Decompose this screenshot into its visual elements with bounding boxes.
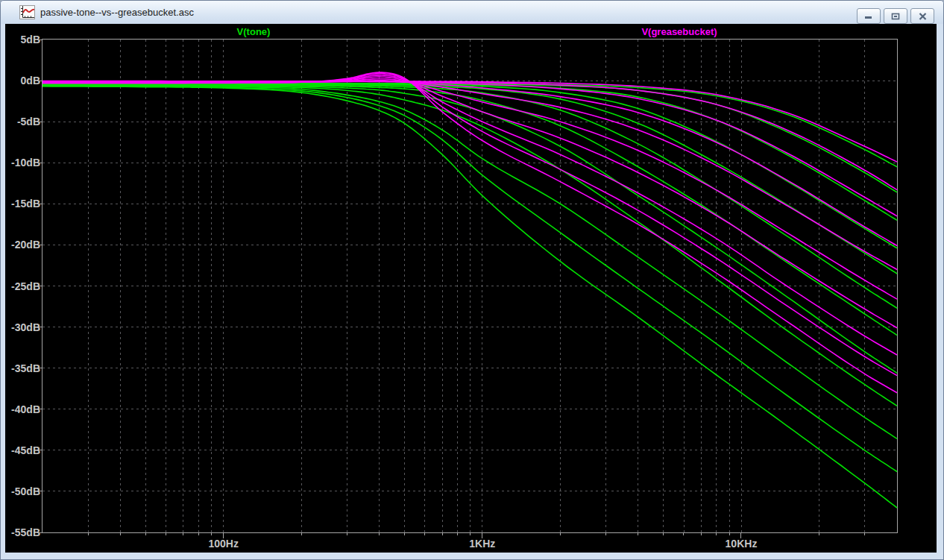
trace-v-tone--3 <box>43 84 897 220</box>
trace-v-tone--2 <box>43 84 897 192</box>
y-axis-label: -20dB <box>5 239 40 251</box>
y-axis-label: 0dB <box>5 75 40 86</box>
ltspice-window: passive-tone--vs--greasebucket.asc V(to <box>0 0 944 560</box>
y-axis-label: -15dB <box>5 198 40 210</box>
legend-v-greasebucket[interactable]: V(greasebucket) <box>641 26 717 37</box>
y-axis-label: -25dB <box>5 280 40 292</box>
x-axis-label: 100Hz <box>208 538 238 550</box>
window-title: passive-tone--vs--greasebucket.asc <box>40 7 194 18</box>
trace-v-greasebucket--19 <box>43 77 897 328</box>
trace-v-greasebucket--15 <box>43 81 897 216</box>
window-controls <box>857 8 934 24</box>
waveform-pane[interactable]: V(tone) V(greasebucket) 5dB0dB-5dB-10dB-… <box>5 24 937 553</box>
waveform-icon <box>19 5 35 19</box>
y-axis-label: -40dB <box>5 403 40 415</box>
trace-v-greasebucket--20 <box>43 75 897 355</box>
legend-v-tone[interactable]: V(tone) <box>237 26 271 37</box>
trace-v-greasebucket--18 <box>43 79 897 299</box>
trace-v-tone--9 <box>43 86 897 406</box>
trace-v-tone--10 <box>43 86 897 439</box>
y-axis-label: -35dB <box>5 362 40 374</box>
y-axis-label: -5dB <box>5 116 40 128</box>
y-axis-label: -45dB <box>5 444 40 456</box>
x-axis-label: 10KHz <box>726 538 758 550</box>
traces-svg <box>43 40 897 532</box>
trace-v-tone--8 <box>43 85 897 373</box>
y-axis-label: -50dB <box>5 485 40 497</box>
restore-button[interactable] <box>884 8 907 24</box>
title-bar[interactable]: passive-tone--vs--greasebucket.asc <box>1 1 943 24</box>
y-axis-label: 5dB <box>5 34 40 45</box>
minimize-icon <box>864 13 873 19</box>
x-axis-label: 1KHz <box>469 538 495 550</box>
close-icon <box>919 13 927 20</box>
restore-icon <box>891 13 900 20</box>
minimize-button[interactable] <box>857 8 881 24</box>
y-axis-label: -10dB <box>5 157 40 169</box>
y-axis-label: -55dB <box>5 526 40 538</box>
close-button[interactable] <box>910 8 934 24</box>
y-axis-label: -30dB <box>5 321 40 333</box>
